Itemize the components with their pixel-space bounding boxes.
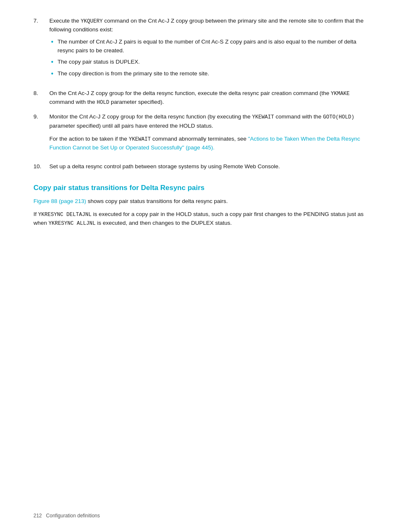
item-8-text2: command with the — [49, 99, 97, 105]
bullet-dot-7-2: • — [51, 57, 54, 67]
item-9-code2: GOTO(HOLD) — [323, 114, 354, 120]
bullet-text-7-2: The copy pair status is DUPLEX. — [58, 58, 366, 66]
page-footer: 212 Configuration definitions — [33, 512, 100, 519]
item-9-extra-before: For the action to be taken if the — [49, 136, 129, 142]
item-7-text1: Execute the — [49, 18, 81, 24]
section-para2-before: If — [33, 211, 38, 217]
item-9-extra-para: For the action to be taken if the YKEWAI… — [49, 135, 366, 152]
item-number-8: 8. — [33, 89, 49, 98]
bullet-item-7-3: • The copy direction is from the primary… — [49, 69, 366, 78]
list-item-8: 8. On the Cnt Ac-J Z copy group for the … — [33, 89, 366, 107]
item-10-text1: Set up a delta resync control path betwe… — [49, 163, 280, 170]
item-text-10: Set up a delta resync control path betwe… — [49, 162, 366, 171]
item-8-code1: YKMAKE — [331, 91, 350, 97]
item-7-code1: YKQUERY — [81, 18, 103, 24]
item-8-text3: parameter specified). — [109, 99, 164, 105]
item-9-text2: command with the — [274, 113, 323, 120]
list-item-9: 9. Monitor the Cnt Ac-J Z copy group for… — [33, 113, 366, 157]
item-text-9: Monitor the Cnt Ac-J Z copy group for th… — [49, 113, 366, 157]
item-number-7: 7. — [33, 17, 49, 25]
bullet-text-7-1: The number of Cnt Ac-J Z pairs is equal … — [58, 38, 366, 55]
bullet-item-7-2: • The copy pair status is DUPLEX. — [49, 58, 366, 67]
footer-page-number: 212 — [33, 513, 42, 519]
section-para2: If YKRESYNC DELTAJNL is executed for a c… — [33, 210, 366, 228]
bullet-text-7-3: The copy direction is from the primary s… — [58, 69, 366, 78]
page: 7. Execute the YKQUERY command on the Cn… — [0, 0, 399, 532]
item-8-code2: HOLD — [97, 100, 109, 105]
footer-section: Configuration definitions — [46, 513, 100, 519]
section-para2-code1: YKRESYNC DELTAJNL — [38, 212, 92, 218]
item-9-extra-code: YKEWAIT — [129, 136, 151, 142]
bullet-dot-7-1: • — [51, 37, 54, 46]
item-text-7: Execute the YKQUERY command on the Cnt A… — [49, 17, 366, 83]
section-para1-after: shows copy pair status transitions for d… — [86, 198, 228, 204]
section-para2-middle2: is executed, and then changes to the DUP… — [96, 220, 232, 226]
item-9-extra-after: command abnormally terminates, see — [151, 136, 248, 142]
item-text-8: On the Cnt Ac-J Z copy group for the del… — [49, 89, 366, 107]
bullet-dot-7-3: • — [51, 69, 54, 78]
item-9-text3: parameter specified) until all pairs hav… — [49, 123, 213, 129]
section-para1-link[interactable]: Figure 88 (page 213) — [33, 198, 86, 204]
bullet-list-7: • The number of Cnt Ac-J Z pairs is equa… — [49, 34, 366, 83]
list-item-7: 7. Execute the YKQUERY command on the Cn… — [33, 17, 366, 83]
list-item-10: 10. Set up a delta resync control path b… — [33, 162, 366, 171]
section-para2-code2: YKRESYNC ALLJNL — [49, 221, 96, 226]
section-heading: Copy pair status transitions for Delta R… — [33, 183, 366, 193]
item-9-code1: YKEWAIT — [252, 114, 274, 120]
item-number-10: 10. — [33, 162, 49, 171]
item-8-text1: On the Cnt Ac-J Z copy group for the del… — [49, 90, 331, 96]
bullet-item-7-1: • The number of Cnt Ac-J Z pairs is equa… — [49, 38, 366, 55]
item-number-9: 9. — [33, 113, 49, 121]
numbered-list: 7. Execute the YKQUERY command on the Cn… — [33, 17, 366, 171]
content-area: 7. Execute the YKQUERY command on the Cn… — [33, 17, 366, 228]
section-para1: Figure 88 (page 213) shows copy pair sta… — [33, 197, 366, 206]
item-9-text1: Monitor the Cnt Ac-J Z copy group for th… — [49, 113, 252, 120]
